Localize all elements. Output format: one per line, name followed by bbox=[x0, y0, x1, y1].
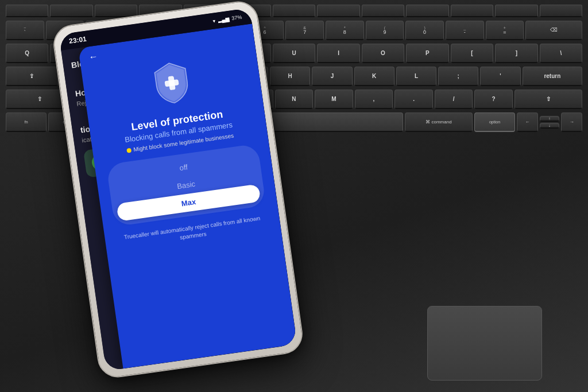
9-key[interactable]: (9 bbox=[366, 21, 404, 40]
f6-key[interactable] bbox=[273, 5, 315, 17]
h-key[interactable]: H bbox=[270, 67, 310, 86]
arrow-left-key[interactable]: ← bbox=[517, 112, 538, 132]
u-key[interactable]: U bbox=[273, 44, 315, 63]
return-key[interactable]: return bbox=[523, 67, 582, 86]
q-key[interactable]: Q bbox=[6, 44, 48, 63]
phone-screen: 23:01 ▾ ▂▄▆ 37% Block settings How to bl… bbox=[59, 7, 297, 371]
shield-container bbox=[149, 57, 195, 111]
overlay-body: Level of protection Blocking calls from … bbox=[80, 40, 282, 261]
options-container: off Basic Max bbox=[106, 143, 266, 227]
shift-right-key[interactable]: ⇧ bbox=[514, 90, 582, 109]
warning-dot-icon bbox=[126, 148, 131, 153]
arrow-right-key[interactable]: → bbox=[561, 112, 582, 132]
semicolon-key[interactable]: ; bbox=[438, 67, 478, 86]
quote-key[interactable]: ' bbox=[480, 67, 520, 86]
f11-key[interactable] bbox=[495, 5, 537, 17]
backspace-key[interactable]: ⌫ bbox=[525, 21, 582, 40]
option-right-key[interactable]: option bbox=[474, 112, 515, 132]
f2-key[interactable] bbox=[95, 5, 137, 17]
fn-key-row bbox=[0, 5, 588, 17]
period-key[interactable]: . bbox=[394, 90, 433, 109]
j-key[interactable]: J bbox=[312, 67, 352, 86]
f7-key[interactable] bbox=[317, 5, 359, 17]
minus-key[interactable]: _- bbox=[446, 21, 484, 40]
status-icons: ▾ ▂▄▆ 37% bbox=[212, 14, 242, 24]
equals-key[interactable]: += bbox=[486, 21, 524, 40]
slash-key[interactable]: / bbox=[435, 90, 473, 109]
7-key[interactable]: &7 bbox=[285, 21, 324, 40]
f1-key[interactable] bbox=[50, 5, 92, 17]
f12-key[interactable] bbox=[540, 5, 582, 17]
backslash-key[interactable]: \ bbox=[540, 44, 582, 63]
shield-icon bbox=[149, 57, 195, 108]
f8-key[interactable] bbox=[362, 5, 404, 17]
n-key[interactable]: N bbox=[275, 90, 314, 109]
8-key[interactable]: *8 bbox=[326, 21, 364, 40]
question-key[interactable]: ? bbox=[474, 90, 513, 109]
comma-key[interactable]: , bbox=[355, 90, 393, 109]
battery-icon: 37% bbox=[231, 14, 242, 21]
backtick-key[interactable]: ~` bbox=[6, 21, 44, 40]
k-key[interactable]: K bbox=[354, 67, 394, 86]
arrow-up-key[interactable]: ↑ bbox=[540, 116, 560, 122]
p-key[interactable]: P bbox=[406, 44, 448, 63]
back-button[interactable]: ← bbox=[88, 51, 98, 63]
caps-key[interactable]: ⇪ bbox=[6, 67, 58, 86]
arrow-down-key[interactable]: ↓ bbox=[540, 123, 560, 129]
bracket-close-key[interactable]: ] bbox=[495, 44, 537, 63]
f9-key[interactable] bbox=[406, 5, 448, 17]
status-time: 23:01 bbox=[68, 35, 87, 45]
signal-icon: ▂▄▆ bbox=[218, 16, 230, 24]
esc-key[interactable] bbox=[6, 5, 48, 17]
o-key[interactable]: O bbox=[362, 44, 404, 63]
m-key[interactable]: M bbox=[315, 90, 353, 109]
fn-key[interactable]: fn bbox=[6, 112, 47, 132]
command-right-key[interactable]: ⌘ command bbox=[405, 112, 473, 132]
wifi-icon: ▾ bbox=[212, 18, 216, 24]
bracket-open-key[interactable]: [ bbox=[451, 44, 493, 63]
l-key[interactable]: L bbox=[396, 67, 436, 86]
i-key[interactable]: I bbox=[317, 44, 359, 63]
f10-key[interactable] bbox=[451, 5, 493, 17]
trackpad[interactable] bbox=[427, 306, 542, 381]
0-key[interactable]: )0 bbox=[405, 21, 444, 40]
